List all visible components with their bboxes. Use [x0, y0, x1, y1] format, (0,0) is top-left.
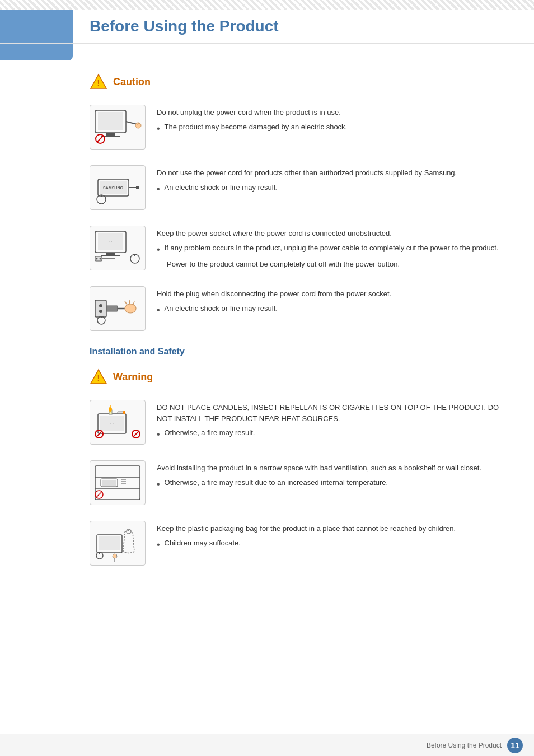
warning-label: Warning [113, 371, 153, 383]
bookshelf-icon: · · [92, 463, 143, 502]
main-content: ! Caution · · Do not [73, 62, 517, 728]
svg-text:· ·: · · [109, 239, 113, 244]
svg-text:SAMSUNG: SAMSUNG [103, 186, 123, 190]
svg-rect-23 [101, 255, 120, 256]
svg-point-32 [99, 310, 102, 313]
caution-sub-item-3-1: • If any problem occurs in the product, … [157, 242, 500, 256]
caution-sub-text-2-1: An electric shock or fire may result. [165, 182, 278, 193]
svg-line-52 [96, 431, 102, 437]
svg-point-35 [125, 304, 136, 313]
svg-line-36 [125, 301, 127, 305]
page-title-bar: Before Using the Product [0, 10, 534, 44]
caution-item-4: Hold the plug when disconnecting the pow… [90, 286, 500, 331]
svg-line-7 [126, 122, 137, 124]
svg-text:!: ! [97, 78, 100, 88]
bullet-icon: • [157, 183, 160, 196]
bullet-icon: • [157, 538, 160, 552]
warning-triangle-icon: ! [90, 368, 107, 386]
svg-text:· ·: · · [109, 119, 113, 124]
caution-extra-text-3: Power to the product cannot be completel… [167, 259, 500, 270]
caution-triangle-icon: ! [90, 73, 107, 91]
caution-main-text-3: Keep the power socket where the power co… [157, 228, 500, 239]
svg-point-69 [127, 529, 131, 534]
warning-text-1: DO NOT PLACE CANDLES, INSECT REPELLANTS … [157, 400, 500, 441]
svg-rect-16 [136, 186, 139, 189]
svg-rect-50 [123, 411, 125, 414]
svg-line-37 [129, 300, 130, 304]
warning-main-text-3: Keep the plastic packaging bag for the p… [157, 523, 500, 534]
warning-section-header: ! Warning [90, 368, 500, 386]
caution-sub-text-4-1: An electric shock or fire may result. [165, 303, 278, 314]
bullet-icon: • [157, 428, 160, 441]
caution-sub-text-3-1: If any problem occurs in the product, un… [165, 242, 499, 254]
page-number: 11 [507, 738, 523, 753]
caution-image-3: · · [90, 226, 146, 270]
svg-rect-22 [106, 253, 115, 255]
svg-rect-33 [106, 306, 118, 311]
caution-main-text-1: Do not unplug the power cord when the pr… [157, 107, 500, 118]
caution-item-2: SAMSUNG Do not use the power cord for pr… [90, 165, 500, 210]
svg-point-26 [100, 258, 101, 260]
warning-sub-item-2-1: • Otherwise, a fire may result due to an… [157, 477, 500, 491]
warning-main-text-1: DO NOT PLACE CANDLES, INSECT REPELLANTS … [157, 402, 500, 424]
caution-main-text-4: Hold the plug when disconnecting the pow… [157, 288, 500, 300]
warning-sub-text-1-1: Otherwise, a fire may result. [165, 427, 255, 438]
caution-image-2: SAMSUNG [90, 165, 146, 210]
bullet-icon: • [157, 304, 160, 317]
caution-sub-item-4-1: • An electric shock or fire may result. [157, 303, 500, 317]
caution-text-3: Keep the power socket where the power co… [157, 226, 500, 269]
warning-sub-text-3-1: Children may suffocate. [165, 538, 241, 549]
footer-text: Before Using the Product [427, 741, 502, 749]
monitor-plug-icon-1: · · [92, 108, 143, 147]
caution-image-1: · · [90, 105, 146, 150]
svg-text:· ·: · · [108, 481, 110, 484]
caution-item-1: · · Do not unplug the power cord when th… [90, 105, 500, 150]
bullet-icon: • [157, 122, 160, 136]
svg-point-70 [113, 554, 117, 558]
warning-item-3: · · Keep the plastic packaging bag for t… [90, 521, 500, 566]
svg-rect-30 [95, 300, 106, 317]
caution-sub-text-1-1: The product may become damaged by an ele… [165, 122, 348, 133]
installation-safety-heading: Installation and Safety [90, 347, 500, 357]
power-socket-icon: · · [92, 228, 143, 268]
caution-image-4 [90, 286, 146, 331]
caution-main-text-2: Do not use the power cord for products o… [157, 167, 500, 179]
caution-item-3: · · Keep the power socket where the powe… [90, 226, 500, 270]
svg-point-25 [96, 258, 98, 260]
warning-sub-item-3-1: • Children may suffocate. [157, 538, 500, 552]
hold-plug-icon [92, 289, 143, 328]
warning-main-text-2: Avoid installing the product in a narrow… [157, 463, 500, 474]
warning-sub-text-2-1: Otherwise, a fire may result due to an i… [165, 477, 388, 488]
warning-image-3: · · [90, 521, 146, 566]
warning-item-1: · · DO NOT PLACE CANDLES, INSECT REPELLA… [90, 400, 500, 445]
svg-point-31 [99, 304, 102, 307]
page-footer: Before Using the Product 11 [0, 734, 534, 756]
svg-rect-4 [106, 133, 115, 136]
warning-image-2: · · [90, 460, 146, 505]
warning-item-2: · · Avoid installing the product in a na… [90, 460, 500, 505]
page-title: Before Using the Product [90, 17, 279, 35]
warning-sub-item-1-1: • Otherwise, a fire may result. [157, 427, 500, 441]
svg-point-47 [109, 407, 112, 412]
candles-monitor-icon: · · [92, 403, 143, 442]
svg-text:· ·: · · [110, 422, 114, 426]
bullet-icon: • [157, 478, 160, 491]
bullet-icon: • [157, 243, 160, 256]
warning-image-1: · · [90, 400, 146, 445]
caution-section-header: ! Caution [90, 73, 500, 91]
svg-line-38 [133, 301, 134, 305]
caution-sub-item-2-1: • An electric shock or fire may result. [157, 182, 500, 196]
svg-line-11 [97, 136, 104, 142]
caution-text-1: Do not unplug the power cord when the pr… [157, 105, 500, 136]
svg-line-65 [96, 492, 102, 497]
caution-label: Caution [113, 76, 151, 88]
svg-text:· ·: · · [107, 541, 111, 545]
warning-text-3: Keep the plastic packaging bag for the p… [157, 521, 500, 552]
caution-text-4: Hold the plug when disconnecting the pow… [157, 286, 500, 317]
samsung-product-icon: SAMSUNG [92, 168, 143, 207]
plastic-bag-icon: · · [92, 524, 143, 563]
caution-sub-item-1-1: • The product may become damaged by an e… [157, 122, 500, 136]
warning-text-2: Avoid installing the product in a narrow… [157, 460, 500, 491]
caution-text-2: Do not use the power cord for products o… [157, 165, 500, 196]
top-decorative-bar [0, 0, 534, 10]
